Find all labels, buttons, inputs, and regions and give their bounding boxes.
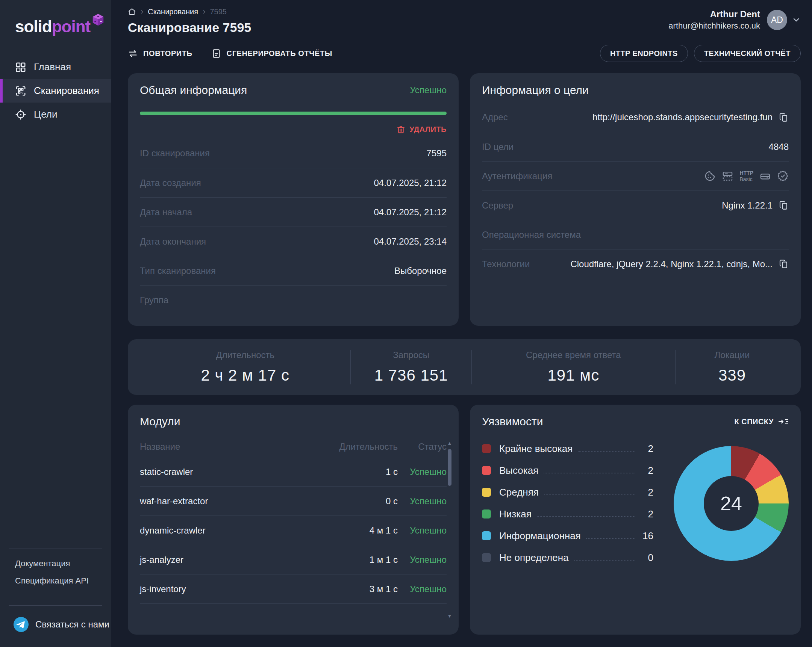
generate-reports-label: СГЕНЕРИРОВАТЬ ОТЧЁТЫ	[227, 49, 332, 58]
modules-header: Модули	[140, 415, 447, 428]
info-row: Дата окончания 04.07.2025, 23:14	[140, 227, 447, 256]
sidebar-footer-link[interactable]: Документация	[15, 559, 111, 568]
dotted-leader	[574, 560, 635, 560]
column-name: Название	[140, 441, 334, 452]
module-name: static-crawler	[140, 467, 334, 477]
verified-icon	[777, 170, 789, 182]
general-info-rows: ID сканирования 7595 Дата создания 04.07…	[140, 139, 447, 315]
stat-item: Среднее время ответа 191 мс	[472, 350, 675, 384]
info-row: ID сканирования 7595	[140, 139, 447, 168]
severity-swatch	[482, 553, 491, 562]
http-basic-icon: HTTPBasic	[739, 170, 753, 182]
bottom-cards-row: Модули Название Длительность Статус stat…	[128, 405, 801, 635]
copy-icon[interactable]	[778, 259, 789, 269]
info-row-value-wrap: Cloudflare, jQuery 2.2.4, Nginx 1.22.1, …	[570, 259, 789, 269]
severity-legend: Крайне высокая 2 Высокая 2 Средняя 2 Низ…	[482, 438, 665, 568]
scroll-down-arrow[interactable]: ▼	[447, 614, 452, 619]
copy-icon[interactable]	[778, 200, 789, 210]
module-name: dynamic-crawler	[140, 525, 334, 536]
info-row-value-wrap: http://juiceshop.stands.appsecuritytesti…	[592, 112, 789, 122]
dashboard-icon	[15, 62, 26, 73]
sidebar-nav: Главная Сканирования Цели	[0, 55, 111, 126]
avatar: AD	[767, 10, 787, 30]
info-row-value-wrap: 04.07.2025, 21:12	[374, 207, 447, 218]
telegram-icon	[14, 617, 29, 632]
http-endpoints-button[interactable]: HTTP ENDPOINTS	[600, 45, 688, 62]
contact-label: Связаться с нами	[35, 619, 109, 630]
severity-swatch	[482, 488, 491, 497]
document-icon	[211, 49, 221, 59]
column-duration: Длительность	[334, 441, 398, 452]
repeat-button[interactable]: ПОВТОРИТЬ	[128, 49, 192, 59]
vulnerabilities-title: Уязвимости	[482, 415, 543, 428]
sidebar-divider	[9, 52, 102, 52]
severity-count: 2	[641, 508, 653, 520]
contact-us-link[interactable]: Связаться с нами	[0, 606, 111, 632]
info-row-label: Тип сканирования	[140, 266, 216, 276]
vulnerabilities-header: Уязвимости К СПИСКУ	[482, 415, 789, 428]
info-row-value: 4848	[769, 142, 789, 152]
dotted-leader	[544, 495, 635, 495]
to-list-button[interactable]: К СПИСКУ	[734, 417, 789, 426]
technical-report-button[interactable]: ТЕХНИЧЕСКИЙ ОТЧЁТ	[694, 45, 801, 62]
general-info-title: Общая информация	[140, 84, 247, 97]
info-row-value: 04.07.2025, 21:12	[374, 207, 447, 218]
info-row-label: Сервер	[482, 200, 513, 211]
dotted-leader	[537, 516, 635, 517]
sidebar: solidpoint Главная Сканирования Цели Док…	[0, 0, 111, 647]
sidebar-item-label: Сканирования	[34, 85, 99, 97]
general-info-header: Общая информация Успешно	[140, 84, 447, 97]
module-name: js-analyzer	[140, 554, 334, 565]
severity-count: 0	[641, 552, 653, 563]
legend-item: Низкая 2	[482, 503, 653, 525]
home-icon[interactable]	[128, 8, 136, 16]
legend-item: Информационная 16	[482, 525, 653, 547]
sidebar-footer-link[interactable]: Спецификация API	[15, 576, 111, 586]
breadcrumb-scans[interactable]: Сканирования	[148, 8, 198, 16]
sidebar-bottom: ДокументацияСпецификация API Связаться с…	[0, 533, 111, 647]
info-row: Операционная система	[482, 220, 789, 249]
module-duration: 4 м 1 с	[334, 525, 398, 536]
cookie-icon	[704, 170, 716, 182]
breadcrumb-current: 7595	[210, 8, 227, 16]
vulnerabilities-body: Крайне высокая 2 Высокая 2 Средняя 2 Низ…	[482, 438, 789, 568]
info-row-label: Дата окончания	[140, 236, 206, 247]
info-row-value: http://juiceshop.stands.appsecuritytesti…	[592, 112, 772, 122]
sidebar-item-targets[interactable]: Цели	[0, 103, 111, 126]
trash-icon	[396, 125, 406, 134]
user-menu[interactable]: Arthur Dent arthur@hitchhikers.co.uk AD	[669, 9, 801, 31]
module-status: Успешно	[398, 525, 447, 536]
stat-value: 191 мс	[472, 366, 675, 384]
info-row: ID цели 4848	[482, 132, 789, 161]
severity-label: Информационная	[499, 530, 581, 542]
info-row: Адрес http://juiceshop.stands.appsecurit…	[482, 103, 789, 132]
info-row: Дата начала 04.07.2025, 21:12	[140, 197, 447, 227]
info-row: Тип сканирования Выборочное	[140, 256, 447, 285]
targets-icon	[15, 109, 26, 120]
delete-button[interactable]: УДАЛИТЬ	[396, 125, 447, 134]
breadcrumb-separator: ›	[140, 7, 143, 17]
logo: solidpoint	[0, 0, 111, 36]
stat-label: Длительность	[140, 350, 350, 360]
sidebar-item-dashboard[interactable]: Главная	[0, 55, 111, 79]
severity-swatch	[482, 466, 491, 475]
severity-swatch	[482, 444, 491, 453]
scrollbar-thumb[interactable]	[448, 449, 452, 486]
stat-value: 339	[676, 366, 789, 384]
severity-label: Низкая	[499, 508, 531, 520]
module-name: js-inventory	[140, 584, 334, 594]
info-row-value: Выборочное	[394, 266, 447, 276]
scan-progress-bar	[140, 111, 447, 115]
generate-reports-button[interactable]: СГЕНЕРИРОВАТЬ ОТЧЁТЫ	[211, 49, 332, 59]
scroll-up-arrow[interactable]: ▲	[447, 441, 452, 446]
delete-row: УДАЛИТЬ	[140, 125, 447, 134]
report-pills: HTTP ENDPOINTS ТЕХНИЧЕСКИЙ ОТЧЁТ	[600, 45, 801, 62]
severity-count: 2	[641, 487, 653, 498]
donut-chart: 24	[674, 446, 789, 561]
copy-icon[interactable]	[778, 112, 789, 122]
info-row-label: Дата начала	[140, 207, 192, 218]
donut-center: 24	[704, 476, 759, 531]
severity-swatch	[482, 510, 491, 519]
actions-row: ПОВТОРИТЬ СГЕНЕРИРОВАТЬ ОТЧЁТЫ HTTP ENDP…	[128, 45, 801, 62]
sidebar-item-scans[interactable]: Сканирования	[0, 79, 111, 103]
